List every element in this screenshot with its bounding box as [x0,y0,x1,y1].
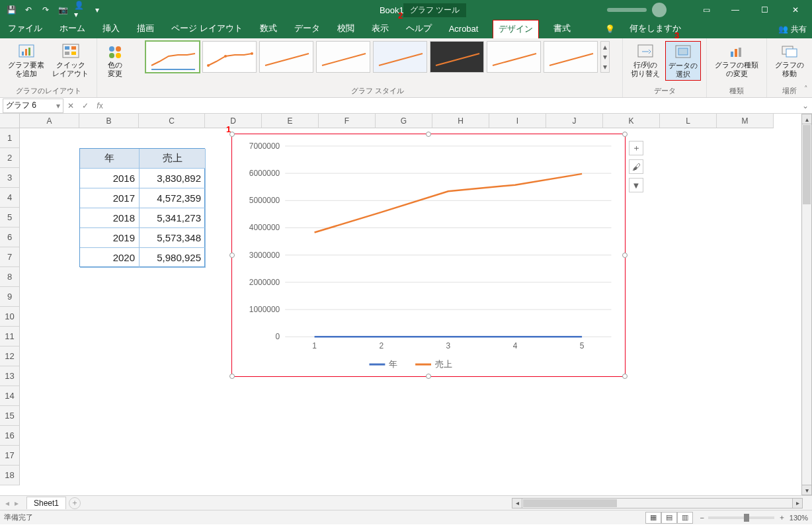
chart-elements-button[interactable]: ＋ [629,141,643,155]
chart-handle-tl[interactable] [229,132,235,137]
row-header-4[interactable]: 4 [0,188,20,208]
row-header-3[interactable]: 3 [0,168,20,188]
column-header-A[interactable]: A [20,114,79,128]
normal-view-button[interactable]: ▦ [645,512,661,524]
account-area[interactable] [607,3,667,17]
camera-icon[interactable]: 📷 [57,4,69,16]
worksheet-grid[interactable]: ABCDEFGHIJKLM 12345678910111213141516171… [0,114,812,495]
cell-year-2[interactable]: 2018 [80,208,140,228]
expand-formula-bar-icon[interactable]: ⌄ [799,101,812,110]
tab-help[interactable]: ヘルプ [403,20,434,38]
cell-sales-2[interactable]: 5,341,273 [140,208,206,228]
horizontal-scrollbar[interactable]: ◂ ▸ [512,498,803,509]
chart-style-6[interactable] [430,41,484,73]
cell-year-3[interactable]: 2019 [80,228,140,248]
scroll-left-icon[interactable]: ◂ [512,498,522,509]
collapse-ribbon-icon[interactable]: ˄ [804,85,808,93]
page-layout-view-button[interactable]: ▤ [661,512,677,524]
cell-sales-4[interactable]: 5,980,925 [140,248,206,268]
sheet-nav-prev-icon[interactable]: ◂ [5,499,9,508]
cell-year-1[interactable]: 2017 [80,188,140,208]
chart-handle-b[interactable] [426,374,431,379]
column-headers[interactable]: ABCDEFGHIJKLM [20,114,774,128]
tab-design[interactable]: デザイン [493,20,539,39]
tab-format[interactable]: 書式 [551,20,573,38]
chart-handle-br[interactable] [622,374,628,379]
formula-input[interactable] [107,99,799,113]
touch-icon[interactable]: 👤▾ [74,4,86,16]
tab-data[interactable]: データ [292,20,323,38]
chart-styles-button[interactable]: 🖌 [629,159,643,174]
column-header-F[interactable]: F [319,114,376,128]
chart-style-2[interactable] [202,41,257,73]
row-headers[interactable]: 123456789101112131415161718 [0,128,20,485]
column-header-C[interactable]: C [139,114,205,128]
save-icon[interactable]: 💾 [5,4,17,16]
redo-icon[interactable]: ↷ [40,4,52,16]
chart-style-7[interactable] [487,41,541,73]
zoom-out-button[interactable]: − [700,514,704,522]
column-header-M[interactable]: M [717,114,774,128]
minimize-icon[interactable]: — [721,0,750,20]
chart-handle-tr[interactable] [622,132,628,137]
row-header-11[interactable]: 11 [0,327,20,346]
chart-style-gallery[interactable]: ▴▾▾ [145,41,610,73]
column-header-K[interactable]: K [603,114,660,128]
chart-style-4[interactable] [316,41,370,73]
column-header-D[interactable]: D [205,114,262,128]
cell-year-4[interactable]: 2020 [80,248,140,268]
style-gallery-more-button[interactable]: ▴▾▾ [600,41,610,73]
chart-handle-l[interactable] [229,253,235,258]
data-table-selection[interactable]: 年売上20163,830,89220174,572,35920185,341,2… [79,148,205,267]
tab-pagelayout[interactable]: ページ レイアウト [169,20,245,38]
column-header-J[interactable]: J [546,114,603,128]
change-colors-button[interactable]: 色の 変更 [102,41,128,79]
tab-view[interactable]: 表示 [369,20,391,38]
chart-handle-r[interactable] [622,253,628,258]
cancel-icon[interactable]: ✕ [63,101,78,110]
row-header-8[interactable]: 8 [0,267,20,287]
row-header-5[interactable]: 5 [0,208,20,227]
column-header-B[interactable]: B [79,114,139,128]
row-header-13[interactable]: 13 [0,366,20,386]
cell-sales-0[interactable]: 3,830,892 [140,169,206,188]
cell-sales-1[interactable]: 4,572,359 [140,188,206,208]
tab-home[interactable]: ホーム [57,20,88,38]
cell-header-sales[interactable]: 売上 [140,149,206,169]
chart-style-5[interactable] [373,41,427,73]
column-header-L[interactable]: L [660,114,717,128]
fx-icon[interactable]: fx [93,101,107,110]
switch-row-column-button[interactable]: 行/列の 切り替え [628,41,663,79]
add-sheet-button[interactable]: ＋ [69,497,81,509]
column-header-E[interactable]: E [262,114,319,128]
select-data-button[interactable]: データの 選択 [665,41,701,81]
select-all-corner[interactable] [0,114,20,128]
chart-filters-button[interactable]: ▼ [629,178,643,192]
cell-sales-3[interactable]: 5,573,348 [140,228,206,248]
share-button[interactable]: 👥 共有 [778,24,807,35]
close-icon[interactable]: ✕ [779,0,812,20]
qat-customize-icon[interactable]: ▾ [91,4,103,16]
cell-header-year[interactable]: 年 [80,149,140,169]
row-header-16[interactable]: 16 [0,426,20,446]
chart-style-8[interactable] [544,41,598,73]
tab-formulas[interactable]: 数式 [257,20,280,38]
page-break-view-button[interactable]: ▥ [677,512,693,524]
hscroll-thumb[interactable] [523,499,617,507]
zoom-in-button[interactable]: ＋ [778,512,786,522]
enter-icon[interactable]: ✓ [78,101,93,110]
column-header-G[interactable]: G [376,114,432,128]
row-header-18[interactable]: 18 [0,466,20,485]
row-header-1[interactable]: 1 [0,128,20,148]
row-header-10[interactable]: 10 [0,307,20,327]
name-box[interactable]: グラフ 6 ▾ [3,99,63,113]
column-header-I[interactable]: I [489,114,546,128]
row-header-17[interactable]: 17 [0,446,20,466]
move-chart-button[interactable]: グラフの 移動 [772,41,807,79]
tab-file[interactable]: ファイル [5,20,45,38]
sheet-nav-next-icon[interactable]: ▸ [15,499,19,508]
scroll-right-icon[interactable]: ▸ [792,498,803,509]
zoom-slider[interactable] [708,516,774,519]
quick-layout-button[interactable]: クイック レイアウト [50,41,91,79]
name-box-dropdown-icon[interactable]: ▾ [56,101,60,110]
